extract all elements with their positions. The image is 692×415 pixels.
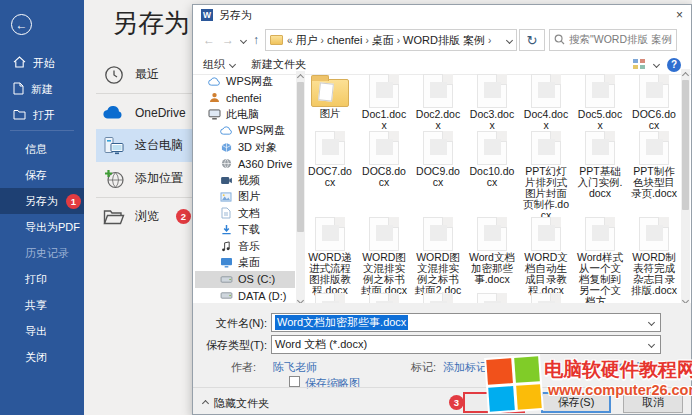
organize-button[interactable]: 组织 — [203, 57, 235, 72]
forward-nav-icon[interactable]: → — [222, 33, 234, 47]
docx-file-icon — [639, 131, 669, 165]
place-item-最近[interactable]: 最近 — [96, 58, 196, 91]
sidebar-item-导出为PDF[interactable]: 导出为PDF — [0, 214, 84, 240]
tree-item-3D 对象[interactable]: 3D 对象 — [195, 139, 295, 156]
file-item[interactable]: WORD图文混排实例之标书封面2.docx — [411, 216, 465, 303]
file-item[interactable]: DOC9.docx — [411, 130, 465, 221]
back-arrow-icon[interactable]: ← — [11, 14, 32, 35]
file-item[interactable]: Word文档加密那些事.docx — [465, 216, 519, 303]
file-item[interactable]: Doc10.docx — [465, 130, 519, 221]
sidebar-item-开始[interactable]: 开始 — [0, 50, 84, 76]
author-value[interactable]: 陈飞老师 — [273, 360, 317, 375]
filename-chevron-icon[interactable] — [648, 319, 655, 326]
tree-item-chenfei[interactable]: chenfei — [195, 90, 295, 107]
place-item-添加位置[interactable]: 添加位置 — [96, 162, 196, 195]
file-item[interactable]: Doc1.docx — [357, 73, 411, 131]
folder-icon — [270, 35, 283, 45]
tree-item-WPS网盘[interactable]: WPS网盘 — [195, 73, 295, 90]
doc-title-value[interactable]: 添加标题 — [603, 360, 647, 375]
savetype-select[interactable]: Word 文档 (*.docx) — [271, 335, 661, 354]
place-item-这台电脑[interactable]: 这台电脑 — [96, 129, 196, 162]
file-item[interactable]: Doc3.docx — [465, 73, 519, 131]
file-item[interactable]: DOC8.docx — [357, 130, 411, 221]
back-nav-icon[interactable]: ← — [203, 33, 215, 47]
file-item[interactable]: WORD递进式流程图排版教程.docx — [303, 216, 357, 303]
savetype-chevron-icon[interactable] — [648, 341, 655, 348]
file-item[interactable]: WORD文档自动生成目录教程.docx — [519, 216, 573, 303]
tags-value[interactable]: 添加标记 — [443, 360, 487, 375]
file-item[interactable]: Doc2.docx — [411, 73, 465, 131]
breadcrumb-segment[interactable]: 桌面 — [372, 33, 394, 48]
view-chevron-icon[interactable] — [653, 61, 660, 68]
nav-history-chevron-icon[interactable] — [240, 36, 247, 43]
sidebar-item-打印[interactable]: 打印 — [0, 266, 84, 292]
breadcrumb-segment[interactable]: 用户 — [296, 33, 318, 48]
sidebar-item-新建[interactable]: 新建 — [0, 76, 84, 102]
scrollbar-thumb[interactable] — [682, 80, 689, 210]
sidebar-item-保存[interactable]: 保存 — [0, 162, 84, 188]
tree-item-OS (C:)[interactable]: OS (C:) — [195, 271, 295, 288]
tree-item-图片[interactable]: 图片 — [195, 189, 295, 206]
place-item-浏览[interactable]: 浏览2 — [96, 200, 196, 233]
file-list-scrollbar[interactable] — [681, 69, 690, 307]
save-button[interactable]: 保存(S) — [541, 392, 611, 413]
tree-item-音乐[interactable]: 音乐 — [195, 238, 295, 255]
close-icon[interactable]: × — [676, 8, 683, 22]
save-thumbnail-checkbox[interactable] — [289, 376, 300, 387]
refresh-button[interactable]: ↻ — [519, 29, 545, 51]
file-item[interactable]: DOC7.docx — [303, 130, 357, 221]
file-item[interactable] — [465, 292, 519, 303]
cancel-button[interactable]: 取消 — [623, 392, 683, 413]
breadcrumb-chevron-icon[interactable] — [506, 36, 513, 43]
file-item[interactable] — [303, 292, 357, 303]
tree-item-下载[interactable]: 下载 — [195, 222, 295, 239]
scroll-up-icon[interactable] — [681, 72, 688, 79]
breadcrumb[interactable]: «用户›chenfei›桌面›WORD排版 案例› — [265, 29, 517, 51]
tree-item-A360 Drive[interactable]: A360 Drive — [195, 156, 295, 173]
folder-item[interactable]: 图片 — [303, 73, 357, 131]
sidebar-item-历史记录[interactable]: 历史记录 — [0, 240, 84, 266]
sidebar-item-关闭[interactable]: 关闭 — [0, 344, 84, 370]
breadcrumb-separator-icon: › — [488, 35, 491, 46]
file-item[interactable]: Doc4.docx — [519, 73, 573, 131]
place-item-OneDrive[interactable]: OneDrive — [96, 96, 196, 129]
file-name: PPT基础入门实例.docx — [573, 165, 627, 199]
clock-icon — [102, 65, 126, 85]
sidebar-item-共享[interactable]: 共享 — [0, 292, 84, 318]
file-name: Doc5.docx — [573, 108, 627, 131]
file-item[interactable] — [519, 292, 573, 303]
tree-item-视频[interactable]: 视频 — [195, 172, 295, 189]
file-item[interactable] — [357, 292, 411, 303]
tree-item-桌面[interactable]: 桌面 — [195, 255, 295, 272]
search-box[interactable]: 搜索"WORD排版 案例" — [549, 29, 677, 51]
tree-item-文档[interactable]: 文档 — [195, 205, 295, 222]
file-item[interactable]: DOC6.docx — [627, 73, 681, 131]
file-item[interactable]: WORD图文混排实例之标书封面.docx — [357, 216, 411, 303]
sidebar-item-导出[interactable]: 导出 — [0, 318, 84, 344]
tree-item-label: 此电脑 — [226, 107, 259, 122]
sidebar-item-另存为[interactable]: 另存为1 — [0, 188, 84, 214]
file-name: Doc3.docx — [465, 108, 519, 131]
breadcrumb-segment[interactable]: chenfei — [327, 34, 362, 46]
hide-folders-button[interactable]: 隐藏文件夹 — [203, 396, 269, 411]
breadcrumb-segment[interactable]: WORD排版 案例 — [403, 33, 485, 48]
tree-item-DATA (D:)[interactable]: DATA (D:) — [195, 288, 295, 305]
file-item[interactable] — [411, 292, 465, 303]
filename-input[interactable]: Word文档加密那些事.docx — [271, 313, 661, 332]
file-item[interactable]: Doc5.docx — [573, 73, 627, 131]
tools-dropdown-button[interactable] — [463, 392, 525, 413]
up-folder-icon[interactable]: ↑ — [253, 33, 259, 47]
tree-item-此电脑[interactable]: 此电脑 — [195, 106, 295, 123]
tree-item-WPS网盘[interactable]: WPS网盘 — [195, 123, 295, 140]
sidebar-item-信息[interactable]: 信息 — [0, 136, 84, 162]
file-item[interactable]: PPT基础入门实例.docx — [573, 130, 627, 221]
filename-value: Word文档加密那些事.docx — [275, 315, 408, 330]
file-item[interactable]: PPT幻灯片排列式图片封面页制作.docx — [519, 130, 573, 221]
tree-item-label: WPS网盘 — [238, 123, 285, 138]
new-folder-button[interactable]: 新建文件夹 — [251, 57, 306, 72]
file-item[interactable]: WORD制表符完成杂志目录排版.docx — [627, 216, 681, 303]
sidebar-item-打开[interactable]: 打开 — [0, 102, 84, 128]
file-item[interactable]: Word样式从一个文档复制到另一个文档方... — [573, 216, 627, 303]
file-item[interactable]: PPT制作色块型目录页.docx — [627, 130, 681, 221]
file-name: Word样式从一个文档复制到另一个文档方... — [573, 251, 627, 303]
